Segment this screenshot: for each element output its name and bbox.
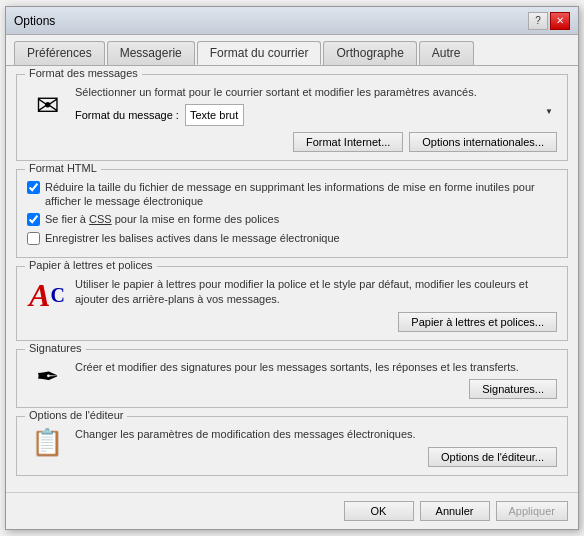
main-content: Format des messages ✉ Sélectionner un fo…: [6, 66, 578, 491]
checkbox-row-3: Enregistrer les balises actives dans le …: [27, 231, 557, 245]
paper-description: Utiliser le papier à lettres pour modifi…: [75, 277, 557, 308]
sig-icon: ✒: [27, 360, 67, 393]
signatures-body: ✒ Créer et modifier des signatures pour …: [27, 360, 557, 399]
window-title: Options: [14, 14, 55, 28]
paper-icon: A C: [27, 277, 67, 314]
ok-button[interactable]: OK: [344, 501, 414, 521]
tab-messagerie[interactable]: Messagerie: [107, 41, 195, 65]
format-html-body: Réduire la taille du fichier de message …: [27, 180, 557, 245]
checkbox-balises-label: Enregistrer les balises actives dans le …: [45, 231, 340, 245]
section-signatures: Signatures ✒ Créer et modifier des signa…: [16, 349, 568, 408]
help-button[interactable]: ?: [528, 12, 548, 30]
checkbox-css-label: Se fier à CSS pour la mise en forme des …: [45, 212, 279, 226]
checkbox-balises[interactable]: [27, 232, 40, 245]
editor-button[interactable]: Options de l'éditeur...: [428, 447, 557, 467]
titlebar: Options ? ✕: [6, 7, 578, 35]
section-format-messages: Format des messages ✉ Sélectionner un fo…: [16, 74, 568, 160]
apply-button[interactable]: Appliquer: [496, 501, 568, 521]
cancel-button[interactable]: Annuler: [420, 501, 490, 521]
section-format-html: Format HTML Réduire la taille du fichier…: [16, 169, 568, 258]
section-paper: Papier à lettres et polices A C Utiliser…: [16, 266, 568, 341]
signatures-btn-row: Signatures...: [75, 379, 557, 399]
titlebar-buttons: ? ✕: [528, 12, 570, 30]
format-messages-body: ✉ Sélectionner un format pour le courrie…: [27, 85, 557, 151]
format-international-button[interactable]: Options internationales...: [409, 132, 557, 152]
section-editor: Options de l'éditeur 📋 Changer les param…: [16, 416, 568, 475]
section-editor-title: Options de l'éditeur: [25, 409, 127, 421]
checkbox-row-2: Se fier à CSS pour la mise en forme des …: [27, 212, 557, 226]
format-messages-right: Sélectionner un format pour le courrier …: [75, 85, 557, 125]
format-select-wrapper: Texte brut HTML: [185, 104, 557, 126]
format-btn-row: Format Internet... Options international…: [27, 132, 557, 152]
paper-body: A C Utiliser le papier à lettres pour mo…: [27, 277, 557, 332]
paper-button[interactable]: Papier à lettres et polices...: [398, 312, 557, 332]
editor-right: Changer les paramètres de modification d…: [75, 427, 557, 466]
signatures-right: Créer et modifier des signatures pour le…: [75, 360, 557, 399]
options-window: Options ? ✕ Préférences Messagerie Forma…: [5, 6, 579, 529]
format-row: Format du message : Texte brut HTML: [75, 104, 557, 126]
section-format-messages-title: Format des messages: [25, 67, 142, 79]
tab-preferences[interactable]: Préférences: [14, 41, 105, 65]
tab-orthographe[interactable]: Orthographe: [323, 41, 416, 65]
section-format-html-title: Format HTML: [25, 162, 101, 174]
format-description: Sélectionner un format pour le courrier …: [75, 85, 557, 99]
paper-right: Utiliser le papier à lettres pour modifi…: [75, 277, 557, 332]
checkbox-css[interactable]: [27, 213, 40, 226]
envelope-icon-wrapper: ✉: [27, 85, 67, 125]
format-internet-button[interactable]: Format Internet...: [293, 132, 403, 152]
edit-icon: 📋: [27, 427, 67, 458]
tab-autre[interactable]: Autre: [419, 41, 474, 65]
section-paper-title: Papier à lettres et polices: [25, 259, 157, 271]
checkbox-row-1: Réduire la taille du fichier de message …: [27, 180, 557, 209]
editor-description: Changer les paramètres de modification d…: [75, 427, 557, 442]
checkbox-reduce-label: Réduire la taille du fichier de message …: [45, 180, 557, 209]
css-underline: CSS: [89, 213, 112, 225]
format-messages-row: ✉ Sélectionner un format pour le courrie…: [27, 85, 557, 125]
signatures-description: Créer et modifier des signatures pour le…: [75, 360, 557, 375]
checkbox-reduce[interactable]: [27, 181, 40, 194]
paper-btn-row: Papier à lettres et polices...: [75, 312, 557, 332]
close-button[interactable]: ✕: [550, 12, 570, 30]
footer: OK Annuler Appliquer: [6, 492, 578, 529]
signatures-button[interactable]: Signatures...: [469, 379, 557, 399]
tabs-bar: Préférences Messagerie Format du courrie…: [6, 35, 578, 66]
editor-body: 📋 Changer les paramètres de modification…: [27, 427, 557, 466]
format-select[interactable]: Texte brut HTML: [185, 104, 244, 126]
editor-btn-row: Options de l'éditeur...: [75, 447, 557, 467]
section-signatures-title: Signatures: [25, 342, 86, 354]
tab-format-courrier[interactable]: Format du courrier: [197, 41, 322, 65]
envelope-icon: ✉: [36, 89, 59, 122]
format-label: Format du message :: [75, 109, 179, 121]
